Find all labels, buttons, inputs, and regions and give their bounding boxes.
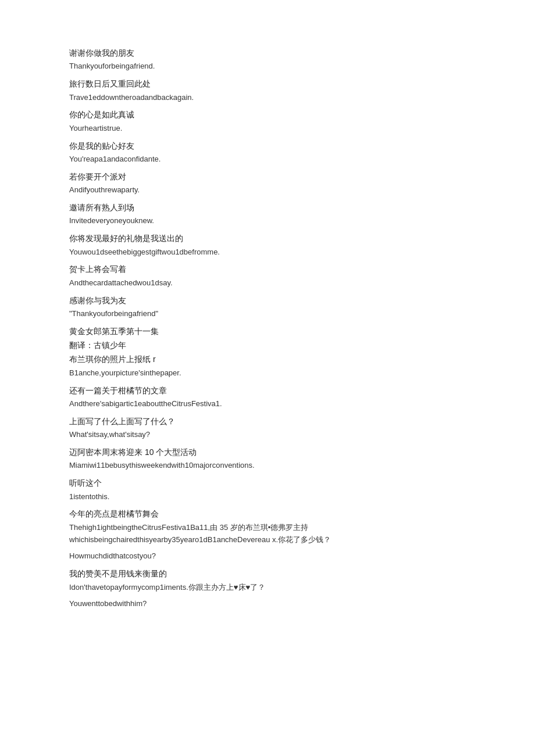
english-line: Yourheartistrue.	[69, 123, 466, 135]
chinese-line: 感谢你与我为友	[69, 294, 466, 307]
english-line: B1anche,yourpicture'sinthepaper.	[69, 367, 466, 379]
chinese-line: 还有一篇关于柑橘节的文章	[69, 384, 466, 397]
chinese-line: 若你要开个派对	[69, 170, 466, 183]
chinese-line: 你将发现最好的礼物是我送出的	[69, 232, 466, 245]
chinese-line: 我的赞美不是用钱来衡量的	[69, 567, 466, 580]
english-line: Howmuchdidthatcostyou?	[69, 550, 466, 562]
chinese-line: 你的心是如此真诚	[69, 108, 466, 121]
english-line: Thehigh1ightbeingtheCitrusFestiva1Ba11,由…	[69, 522, 466, 546]
english-line: Andthere'sabigartic1eabouttheCitrusFesti…	[69, 398, 466, 410]
english-line: 1istentothis.	[69, 491, 466, 503]
chinese-line: 旅行数日后又重回此处	[69, 77, 466, 90]
english-line: Andifyouthrewaparty.	[69, 184, 466, 196]
english-line: Idon'thavetopayformycomp1iments.你跟主办方上♥床…	[69, 582, 466, 594]
english-line: What'sitsay,what'sitsay?	[69, 429, 466, 441]
chinese-line: 你是我的贴心好友	[69, 139, 466, 152]
chinese-line: 迈阿密本周末将迎来 10 个大型活动	[69, 446, 466, 458]
english-line: Andthecardattachedwou1dsay.	[69, 277, 466, 289]
english-line: Invitedeveryoneyouknew.	[69, 215, 466, 227]
english-line: Miamiwi11bebusythisweekendwith10majorcon…	[69, 460, 466, 472]
chinese-line: 翻译：古镇少年	[69, 339, 466, 352]
chinese-line: 上面写了什么上面写了什么？	[69, 415, 466, 428]
chinese-line: 今年的亮点是柑橘节舞会	[69, 507, 466, 520]
english-line: You'reapa1andaconfidante.	[69, 153, 466, 166]
chinese-line: 黄金女郎第五季第十一集	[69, 325, 466, 338]
english-line: "Thankyouforbeingafriend"	[69, 308, 466, 320]
chinese-line: 听听这个	[69, 476, 466, 489]
english-line: Trave1eddowntheroadandbackagain.	[69, 92, 466, 104]
chinese-line: 贺卡上将会写着	[69, 263, 466, 275]
english-line: Youwou1dseethebiggestgiftwou1dbefromme.	[69, 246, 466, 259]
chinese-line: 谢谢你做我的朋友	[69, 46, 466, 59]
english-line: Thankyouforbeingafriend.	[69, 60, 466, 73]
chinese-line: 布兰琪你的照片上报纸 r	[69, 353, 466, 366]
main-content: 谢谢你做我的朋友Thankyouforbeingafriend.旅行数日后又重回…	[69, 46, 466, 610]
english-line: Youwenttobedwithhim?	[69, 598, 466, 610]
chinese-line: 邀请所有熟人到场	[69, 201, 466, 214]
